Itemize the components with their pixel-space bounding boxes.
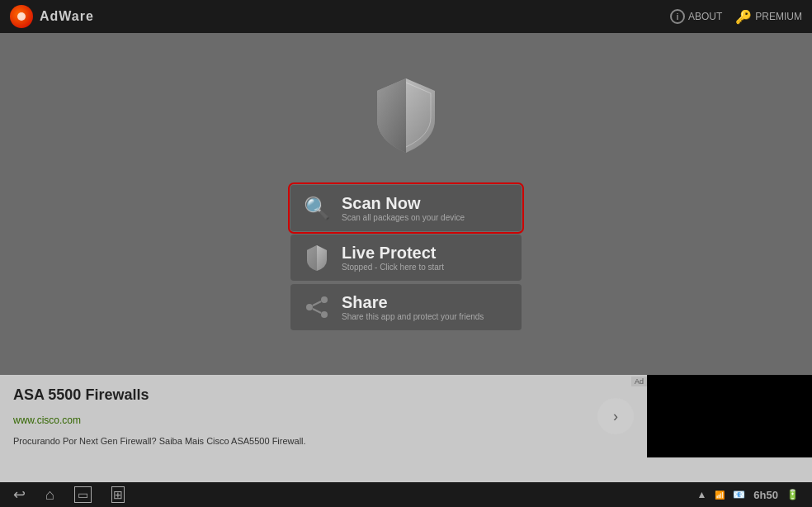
shield-logo-container (369, 74, 443, 160)
app-branding: AdWare (10, 5, 94, 28)
live-protect-button[interactable]: Live Protect Stopped - Click here to sta… (290, 235, 522, 281)
top-bar-actions: i ABOUT 🔑 PREMIUM (670, 9, 802, 25)
scan-now-title: Scan Now (342, 194, 465, 212)
share-symbol-icon (304, 295, 329, 320)
info-icon: i (670, 9, 685, 24)
advertisement: ASA 5500 Firewalls www.cisco.com Procura… (0, 375, 812, 457)
ad-image-placeholder (647, 375, 812, 457)
live-protect-subtitle: Stopped - Click here to start (342, 263, 444, 272)
back-button[interactable]: ↩ (13, 486, 26, 504)
scan-now-text-group: Scan Now Scan all packages on your devic… (342, 194, 465, 222)
svg-line-4 (313, 309, 321, 313)
top-bar: AdWare i ABOUT 🔑 PREMIUM (0, 0, 812, 33)
premium-button[interactable]: 🔑 PREMIUM (735, 9, 802, 25)
signal-icon: ▲ (696, 489, 706, 500)
ad-description: Procurando Por Next Gen Firewall? Saiba … (13, 436, 571, 446)
premium-label: PREMIUM (755, 11, 802, 22)
wifi-icon: 📧 (733, 489, 745, 500)
ad-arrow-button[interactable]: › (597, 398, 634, 434)
scan-now-subtitle: Scan all packages on your device (342, 213, 465, 222)
battery-icon: 🔋 (786, 489, 799, 500)
svg-point-0 (321, 296, 328, 303)
svg-line-3 (313, 301, 321, 306)
time-display: 6h50 (753, 489, 778, 501)
ad-content: ASA 5500 Firewalls www.cisco.com Procura… (0, 375, 584, 457)
shield-small-icon (304, 244, 329, 272)
share-button[interactable]: Share Share this app and protect your fr… (290, 284, 522, 330)
share-title: Share (342, 293, 484, 311)
live-protect-title: Live Protect (342, 244, 444, 262)
live-protect-text-group: Live Protect Stopped - Click here to sta… (342, 244, 444, 272)
svg-point-2 (321, 311, 328, 318)
chevron-right-icon: › (613, 408, 618, 425)
bottom-navigation: ↩ ⌂ ▭ ⊞ ▲ 📶 📧 6h50 🔋 (0, 482, 812, 507)
home-button[interactable]: ⌂ (45, 486, 54, 504)
network-icons: 📶 (715, 490, 725, 500)
app-logo-inner (17, 12, 26, 21)
screenshot-button[interactable]: ⊞ (111, 486, 125, 503)
action-buttons-list: 🔍 Scan Now Scan all packages on your dev… (290, 185, 522, 330)
status-bar: ▲ 📶 📧 6h50 🔋 (696, 489, 799, 501)
about-button[interactable]: i ABOUT (670, 9, 722, 24)
ad-wrapper: ASA 5500 Firewalls www.cisco.com Procura… (0, 400, 812, 482)
svg-point-1 (306, 304, 313, 310)
share-subtitle: Share this app and protect your friends (342, 312, 484, 321)
ad-badge: Ad (631, 377, 647, 386)
ad-url: www.cisco.com (13, 415, 571, 426)
live-protect-icon (302, 243, 332, 272)
bug-magnifier-icon: 🔍 (304, 196, 330, 221)
about-label: ABOUT (688, 11, 722, 22)
share-icon (302, 292, 332, 322)
nav-icons-left: ↩ ⌂ ▭ ⊞ (13, 486, 125, 504)
app-logo (10, 5, 33, 28)
scan-now-icon: 🔍 (302, 193, 332, 223)
shield-logo (369, 74, 443, 157)
scan-now-button[interactable]: 🔍 Scan Now Scan all packages on your dev… (290, 185, 522, 231)
app-title: AdWare (40, 9, 94, 24)
recents-button[interactable]: ▭ (74, 486, 92, 503)
share-text-group: Share Share this app and protect your fr… (342, 293, 484, 321)
ad-title: ASA 5500 Firewalls (13, 386, 571, 404)
key-icon: 🔑 (735, 9, 752, 25)
